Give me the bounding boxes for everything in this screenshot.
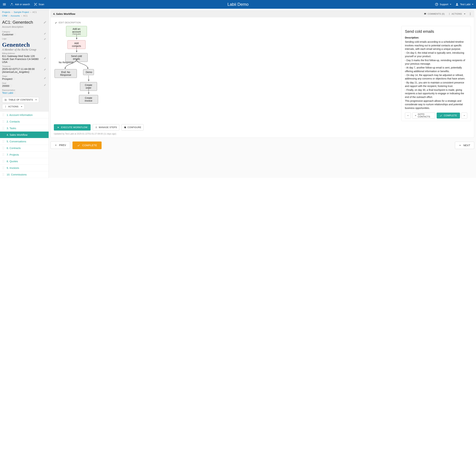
svg-point-28 — [4, 140, 4, 141]
card-complete-button[interactable]: COMPLETE — [437, 113, 460, 119]
sidebar-item-10[interactable]: 10. Commissions — [0, 171, 49, 178]
crumb-crm[interactable]: CRM — [2, 14, 7, 17]
card-next-button[interactable] — [461, 113, 467, 119]
card-prev-button[interactable] — [405, 113, 411, 119]
sidebar-item-label: 7. Projects — [7, 153, 19, 156]
company-logo: Genentech A Member of the Roche Group — [0, 41, 49, 52]
svg-point-12 — [4, 121, 4, 122]
section-actions-button[interactable]: ACTIONS — [448, 13, 465, 15]
sidebar-item-5[interactable]: 5. Conversations — [0, 138, 49, 145]
svg-point-39 — [3, 153, 3, 154]
sidebar-item-3[interactable]: 3. Tasks — [0, 125, 49, 132]
grip-icon — [2, 173, 4, 176]
edit-address-icon[interactable] — [44, 57, 46, 60]
svg-point-45 — [3, 160, 3, 160]
sidebar-item-label: 4. Sales Workflow — [7, 133, 27, 136]
edit-tz-icon[interactable] — [44, 68, 46, 71]
support-button[interactable]: Support — [435, 3, 451, 6]
scan-button[interactable]: Scan — [34, 3, 44, 6]
svg-point-37 — [3, 149, 3, 149]
sidebar-item-label: 5. Conversations — [7, 140, 26, 143]
edit-category-icon[interactable] — [44, 32, 46, 35]
next-button[interactable]: NEXT — [455, 142, 474, 149]
svg-point-62 — [4, 175, 4, 176]
sidebar-item-label: 3. Tasks — [7, 127, 16, 130]
sparkle-icon — [10, 3, 13, 6]
edit-description-button[interactable]: EDIT DESCRIPTION — [55, 21, 471, 24]
sidebar-item-2[interactable]: 2. Contacts — [0, 118, 49, 125]
svg-point-16 — [4, 127, 4, 127]
manage-steps-button[interactable]: MANAGE STEPS — [93, 124, 119, 131]
edit-logo-icon[interactable] — [44, 37, 46, 40]
node-demo[interactable]: Demo — [83, 69, 94, 75]
svg-point-53 — [3, 168, 3, 168]
svg-point-54 — [4, 168, 4, 168]
grip-icon — [2, 113, 4, 116]
pencil-icon — [55, 21, 57, 24]
sidebar-item-1[interactable]: 1. Account Information — [0, 112, 49, 118]
svg-point-59 — [3, 174, 3, 175]
sidebar-item-4[interactable]: 4. Sales Workflow — [0, 132, 49, 138]
chevron-down-icon — [450, 3, 451, 5]
sidebar-item-label: 1. Account Information — [7, 113, 33, 116]
comments-button[interactable]: COMMENTS (0) — [424, 13, 445, 15]
svg-point-23 — [3, 134, 3, 135]
sidebar-item-label: 6. Contracts — [7, 146, 21, 150]
sidebar-item-9[interactable]: 9. Invoices — [0, 165, 49, 171]
svg-point-57 — [3, 173, 3, 174]
svg-point-63 — [449, 13, 450, 13]
sidebar-item-label: 10. Commissions — [7, 173, 27, 176]
svg-point-17 — [3, 128, 3, 128]
updated-text: Updated by Test Labii at 2025-01-22T01:5… — [54, 133, 471, 135]
chevron-down-icon — [472, 3, 474, 5]
field-representative: Representative: Test Labii — [0, 88, 49, 95]
edit-deal-icon[interactable] — [44, 83, 46, 86]
svg-point-8 — [4, 116, 4, 116]
crumb-projects[interactable]: Projects — [2, 11, 10, 13]
svg-point-24 — [4, 134, 4, 135]
chevron-right-icon — [459, 144, 461, 146]
field-billing-address: Billing Address: 611 Gateway blvd Suite … — [0, 52, 49, 65]
sidebar-item-label: 2. Contacts — [7, 120, 20, 123]
crumb-sample-project[interactable]: Sample Project — [14, 11, 29, 13]
svg-point-46 — [4, 160, 4, 160]
menu-icon[interactable] — [2, 2, 6, 6]
crumb-accounts[interactable]: Accounts — [10, 14, 20, 17]
node-end-no-response[interactable]: End: No Response — [54, 69, 77, 78]
svg-point-20 — [4, 129, 4, 129]
ask-search-button[interactable]: Ask or search — [10, 3, 30, 6]
sidebar-item-6[interactable]: 6. Contracts — [0, 145, 49, 151]
svg-point-42 — [4, 154, 4, 155]
svg-point-9 — [3, 120, 3, 121]
svg-point-35 — [3, 148, 3, 148]
chevron-right-icon — [463, 114, 465, 117]
card-title: Send cold emails — [405, 29, 467, 34]
section-complete-button[interactable]: COMPLETE — [73, 141, 102, 149]
edit-title-icon[interactable] — [43, 21, 46, 24]
edit-stage-icon[interactable] — [44, 76, 46, 79]
comment-icon — [424, 13, 427, 15]
workflow-diagram: Add an account (Test Labii) Add contacts… — [54, 26, 397, 110]
user-menu[interactable]: Test Labii — [455, 3, 474, 6]
svg-point-4 — [4, 114, 4, 114]
node-create-invoice[interactable]: Create invoice — [79, 95, 98, 104]
toc-button[interactable]: TABLE OF CONTENTS — [2, 97, 39, 103]
prev-button[interactable]: PREV — [51, 141, 70, 149]
user-label: Test Labii — [460, 3, 470, 6]
sidebar-item-7[interactable]: 7. Projects — [0, 151, 49, 158]
step-detail-card: Send cold emails Description: Sending co… — [401, 26, 471, 121]
ask-label: Ask or search — [15, 3, 30, 6]
collapse-button[interactable] — [469, 13, 472, 15]
execute-workflow-button[interactable]: EXECUTE WORKFLOW — [54, 124, 91, 131]
sidebar-actions-button[interactable]: ACTIONS — [2, 104, 25, 109]
svg-point-30 — [4, 141, 4, 142]
topbar: Ask or search Scan Labii Demo Support Te… — [0, 0, 476, 9]
check-icon — [77, 144, 80, 147]
goto-contacts-button[interactable]: GOTO CONTACTS — [412, 113, 435, 119]
rep-link[interactable]: Test Labii — [2, 91, 13, 94]
svg-point-38 — [4, 149, 4, 149]
sidebar-item-8[interactable]: 8. Quotes — [0, 158, 49, 165]
svg-point-51 — [3, 166, 3, 167]
configure-button[interactable]: CONFIGURE — [121, 124, 144, 131]
svg-point-41 — [3, 154, 3, 155]
